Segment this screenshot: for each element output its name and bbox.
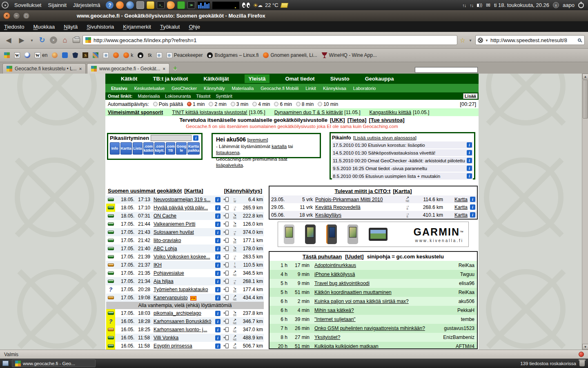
notes-applet-icon[interactable] — [280, 3, 288, 8]
radio-icon[interactable] — [318, 102, 322, 106]
radio-icon[interactable] — [252, 102, 257, 106]
cache-link[interactable]: ABC Lohja — [154, 246, 177, 251]
bookmark-item[interactable]: Bsdgames – Linux.fi — [207, 52, 258, 58]
help-icon[interactable]: ? — [106, 1, 114, 9]
bookmark-item[interactable] — [62, 52, 68, 58]
ubuntuone-icon[interactable]: x — [553, 2, 559, 8]
cache-link[interactable]: Aja hiljaa — [154, 278, 174, 284]
titlebar[interactable]: × – ▢ www.geocache.fi - Geokätköilysivus… — [0, 10, 588, 21]
bookmark-item[interactable] — [113, 52, 119, 58]
fish-applet-icon[interactable] — [167, 1, 175, 9]
menu-item[interactable]: Näytä — [64, 24, 78, 30]
panel-menu[interactable]: Järjestelmä — [73, 2, 100, 8]
forum-topic-link[interactable]: Adoptointinurkkaus — [314, 263, 356, 268]
cache-link[interactable]: IKH — [154, 262, 162, 268]
list-link[interactable]: listauksena — [216, 150, 240, 155]
panel-menu[interactable]: Sijainnit — [48, 2, 67, 8]
nav-main-item[interactable]: Yleistä — [245, 74, 270, 83]
new-tab-button[interactable]: + — [173, 64, 177, 72]
info-icon[interactable]: i — [215, 343, 220, 349]
nav-sub-item[interactable]: Kännyhäly — [204, 86, 225, 91]
autorefresh-option[interactable]: 3 min — [231, 101, 248, 107]
welcome-link[interactable]: [UKK] — [330, 117, 345, 123]
nav-sub-item[interactable]: Etusivu — [111, 86, 127, 91]
menu-item[interactable]: Työkalut — [160, 24, 180, 30]
quickjump-button[interactable]: Info — [110, 142, 120, 155]
window-maximize-button[interactable]: ▢ — [23, 12, 30, 19]
forum-topic-link[interactable]: Travel bug aktivointikoodi — [314, 280, 370, 286]
premium-link[interactable]: [premium] — [247, 137, 268, 142]
phone-alert-icon[interactable]: + — [222, 327, 230, 332]
forum-topic-link[interactable]: "Internet suljetaan" — [314, 316, 356, 322]
phone-alert-link[interactable]: [Kännyhälytys] — [224, 188, 262, 194]
forum-topic-link[interactable]: Yksityistiet? — [314, 334, 340, 340]
own-link[interactable]: Synttärit — [216, 94, 232, 99]
sponsor-link[interactable]: T!N!T kiittää loistavasta sivustosta! [1… — [172, 110, 265, 115]
nav-main-item[interactable]: Geokauppa — [365, 76, 394, 82]
info-icon[interactable]: i — [215, 238, 220, 243]
info-icon[interactable]: i — [215, 205, 220, 211]
newest-map-link[interactable]: [Kartta] — [184, 188, 203, 194]
cache-link[interactable]: liito-oraviako — [154, 238, 181, 243]
gnome-menu-icon[interactable] — [2, 2, 9, 9]
meetings-map-link[interactable]: [Kartta] — [393, 188, 412, 194]
info-icon[interactable]: i — [215, 319, 220, 324]
bookmark-item[interactable] — [72, 52, 78, 58]
garmin-banner[interactable]: GARMIN™ www.kivenalla.fi — [278, 222, 469, 247]
nav-main-item[interactable]: Kätköilijät — [203, 76, 229, 82]
info-icon[interactable]: i — [470, 204, 475, 210]
scroll-up-icon[interactable]: ▲ — [582, 74, 588, 79]
window-close-button[interactable]: × — [3, 12, 10, 19]
text-editor-launcher-icon[interactable] — [147, 1, 154, 9]
trash-icon[interactable] — [579, 361, 585, 366]
welcome-link[interactable]: [Tue sivustoa] — [369, 117, 404, 123]
network-monitor-icon[interactable]: ↑↓ — [462, 3, 466, 8]
forward-button[interactable]: ▶ — [16, 36, 27, 45]
autorefresh-option[interactable]: 1 min — [187, 101, 205, 107]
phone-alert-icon[interactable]: + — [222, 254, 230, 259]
meeting-map-link[interactable]: Kartta — [454, 197, 468, 202]
phone-alert-icon[interactable]: + — [222, 205, 230, 210]
cache-link[interactable]: Kanervanpuisto — [154, 295, 187, 301]
phone-alert-icon[interactable]: + — [222, 279, 230, 284]
pikainfo-more-link[interactable]: [Lisää uutisia sivun alaosassa] — [353, 135, 416, 140]
phone-alert-icon[interactable]: + — [222, 213, 230, 218]
bookmark-item[interactable] — [103, 52, 109, 58]
quickjump-button[interactable]: Kartta — [120, 142, 132, 155]
show-desktop-icon[interactable] — [2, 361, 9, 366]
cache-link[interactable]: Sulosaaren huvilat — [154, 229, 194, 235]
menu-item[interactable]: Muokkaa — [33, 24, 55, 30]
info-icon[interactable]: i — [215, 287, 220, 292]
quickjump-button[interactable]: .com käytt. — [154, 142, 165, 155]
info-icon[interactable]: i — [215, 295, 220, 301]
search-engine-icon[interactable] — [478, 38, 483, 43]
cache-link[interactable]: Egyptin prinsessa — [154, 343, 192, 349]
autorefresh-option[interactable]: Pois päältä — [153, 101, 183, 107]
bookmark-star-icon[interactable]: ☆ — [460, 36, 466, 44]
info-icon[interactable]: i — [215, 213, 220, 219]
info-icon[interactable]: i — [215, 254, 220, 260]
bookmark-item[interactable]: Peacekeeper — [167, 52, 203, 58]
autorefresh-option[interactable]: 8 min — [296, 101, 314, 107]
bookmark-item[interactable]: k — [123, 52, 133, 58]
forum-topic-link[interactable]: iPhone kätköilyssä — [314, 272, 355, 277]
meeting-link[interactable]: Pohjois-Pirkanmaan Miitti 2010 — [315, 197, 383, 202]
mail-notifier-icon[interactable]: ✉ — [486, 2, 490, 8]
sponsor-link[interactable]: Dynaaminen duo T & S kiittävät [11.05.] — [274, 110, 361, 115]
nav-sub-item[interactable]: Materiaalia — [232, 86, 254, 91]
radio-icon[interactable] — [231, 102, 235, 106]
own-link[interactable]: Lokiseuranta — [165, 94, 191, 99]
history-dropdown-icon[interactable]: ▾ — [29, 38, 34, 43]
quickjump-button[interactable]: Goog le — [176, 142, 187, 155]
info-icon[interactable]: i — [215, 197, 220, 202]
reload-button[interactable]: ↻ — [37, 36, 47, 45]
search-engine-dropdown-icon[interactable]: ▾ — [485, 38, 489, 43]
scrollbar-thumb[interactable] — [583, 80, 588, 119]
bookmark-item[interactable] — [4, 52, 10, 58]
radio-icon[interactable] — [296, 102, 301, 106]
meeting-map-link[interactable]: Kartta — [454, 204, 468, 210]
cache-link[interactable]: Villi Vonkka — [154, 335, 178, 341]
sponsor-link[interactable]: Kangastilkku kiittää [10.05.] — [370, 110, 430, 115]
nav-sub-item[interactable]: Laboratorio — [353, 86, 376, 91]
autorefresh-option[interactable]: 2 min — [209, 101, 226, 107]
